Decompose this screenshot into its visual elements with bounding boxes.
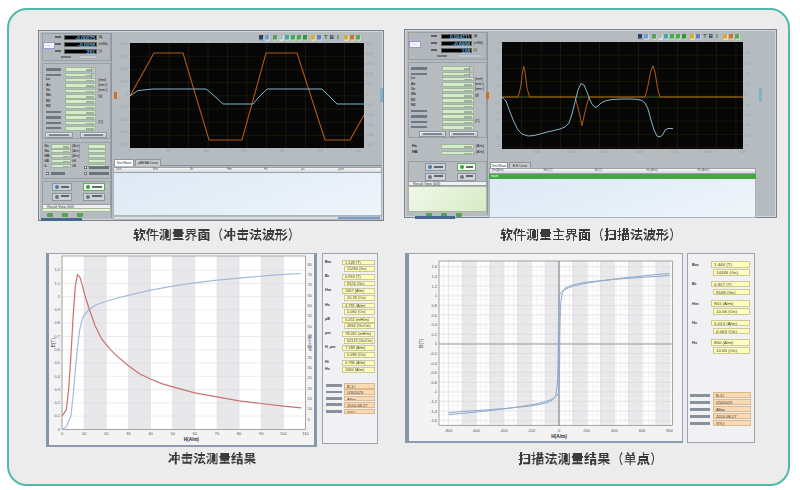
svg-text:1.4: 1.4 xyxy=(431,274,437,279)
svg-text:30: 30 xyxy=(126,431,131,436)
svg-text:80: 80 xyxy=(308,262,313,267)
svg-text:0.2: 0.2 xyxy=(431,332,437,337)
svg-text:55: 55 xyxy=(308,313,313,318)
svg-text:1.2: 1.2 xyxy=(431,284,437,289)
svg-text:600: 600 xyxy=(639,428,646,433)
svg-text:-1.6: -1.6 xyxy=(430,418,438,423)
svg-text:-200: -200 xyxy=(527,428,536,433)
svg-text:0.5: 0.5 xyxy=(54,360,60,365)
svg-text:110: 110 xyxy=(302,431,309,436)
svg-text:B(T): B(T) xyxy=(51,338,56,347)
svg-text:0.3: 0.3 xyxy=(54,387,60,392)
svg-text:30: 30 xyxy=(308,365,313,370)
svg-text:0.6: 0.6 xyxy=(431,313,437,318)
svg-text:0.8: 0.8 xyxy=(431,303,437,308)
svg-text:-1.4: -1.4 xyxy=(430,409,438,414)
svg-text:100: 100 xyxy=(280,431,287,436)
svg-text:0.1: 0.1 xyxy=(54,413,60,418)
svg-text:90: 90 xyxy=(259,431,264,436)
svg-text:-800: -800 xyxy=(444,428,453,433)
svg-text:0.9: 0.9 xyxy=(54,307,60,312)
svg-text:0.8: 0.8 xyxy=(54,320,60,325)
svg-text:35: 35 xyxy=(308,355,313,360)
svg-text:-0.2: -0.2 xyxy=(430,351,438,356)
svg-text:80: 80 xyxy=(237,431,242,436)
svg-text:60: 60 xyxy=(308,303,313,308)
svg-text:0: 0 xyxy=(558,428,561,433)
svg-text:-400: -400 xyxy=(500,428,509,433)
svg-text:15: 15 xyxy=(308,396,313,401)
svg-text:70: 70 xyxy=(308,282,313,287)
svg-text:H(A/m): H(A/m) xyxy=(551,434,567,439)
svg-text:50: 50 xyxy=(308,324,313,329)
svg-text:1: 1 xyxy=(435,293,438,298)
svg-text:-0.8: -0.8 xyxy=(430,380,438,385)
svg-text:0.4: 0.4 xyxy=(431,322,437,327)
svg-text:75: 75 xyxy=(308,272,313,277)
svg-text:1.6: 1.6 xyxy=(431,264,437,269)
svg-text:400: 400 xyxy=(611,428,618,433)
svg-text:-600: -600 xyxy=(472,428,481,433)
svg-text:0.7: 0.7 xyxy=(54,334,60,339)
svg-text:0: 0 xyxy=(435,341,438,346)
svg-text:10: 10 xyxy=(82,431,87,436)
svg-text:70: 70 xyxy=(215,431,220,436)
svg-text:µ(Gs/Oe): µ(Gs/Oe) xyxy=(308,334,313,351)
svg-text:60: 60 xyxy=(193,431,198,436)
svg-text:65: 65 xyxy=(308,293,313,298)
svg-text:200: 200 xyxy=(583,428,590,433)
svg-text:-0.6: -0.6 xyxy=(430,370,438,375)
svg-text:-1.2: -1.2 xyxy=(430,399,438,404)
svg-text:5: 5 xyxy=(308,417,311,422)
svg-text:10: 10 xyxy=(308,406,313,411)
svg-text:0.4: 0.4 xyxy=(54,374,60,379)
svg-text:1.1: 1.1 xyxy=(54,281,60,286)
svg-text:B(T): B(T) xyxy=(419,338,424,347)
svg-text:H(A/m): H(A/m) xyxy=(184,437,200,442)
svg-text:1: 1 xyxy=(58,294,61,299)
svg-text:-1: -1 xyxy=(433,389,437,394)
svg-text:-0.4: -0.4 xyxy=(430,361,438,366)
svg-text:20: 20 xyxy=(308,386,313,391)
svg-text:0: 0 xyxy=(61,431,64,436)
svg-text:0.2: 0.2 xyxy=(54,400,60,405)
svg-text:800: 800 xyxy=(666,428,673,433)
svg-text:40: 40 xyxy=(148,431,153,436)
svg-text:1.2: 1.2 xyxy=(54,267,60,272)
svg-text:50: 50 xyxy=(170,431,175,436)
svg-text:20: 20 xyxy=(104,431,109,436)
svg-text:25: 25 xyxy=(308,375,313,380)
